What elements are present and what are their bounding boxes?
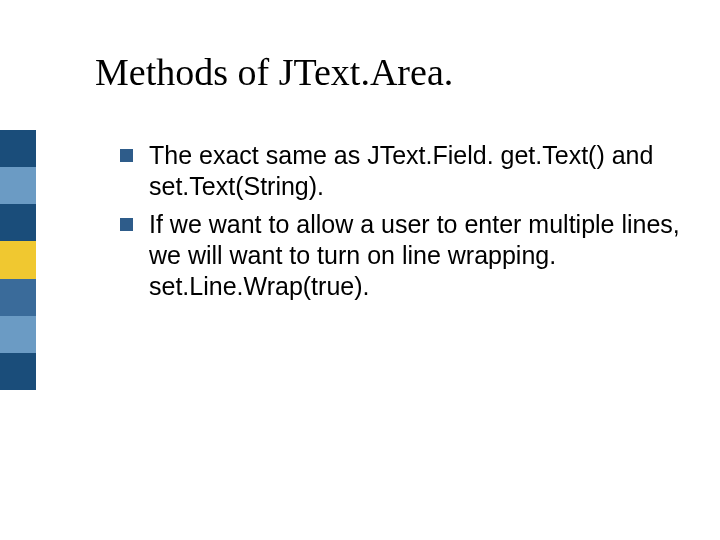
bullet-text: If we want to allow a user to enter mult… [149, 209, 680, 303]
sidebar-block [0, 204, 36, 241]
decorative-sidebar [0, 130, 36, 390]
slide-title: Methods of JText.Area. [95, 50, 453, 94]
square-bullet-icon [120, 218, 133, 231]
bullet-item: If we want to allow a user to enter mult… [120, 209, 680, 303]
bullet-item: The exact same as JText.Field. get.Text(… [120, 140, 680, 203]
sidebar-block [0, 130, 36, 167]
sidebar-block [0, 279, 36, 316]
bullet-text: The exact same as JText.Field. get.Text(… [149, 140, 680, 203]
slide-content: The exact same as JText.Field. get.Text(… [120, 140, 680, 308]
square-bullet-icon [120, 149, 133, 162]
sidebar-block [0, 316, 36, 353]
sidebar-block [0, 353, 36, 390]
sidebar-block [0, 167, 36, 204]
sidebar-block [0, 241, 36, 278]
